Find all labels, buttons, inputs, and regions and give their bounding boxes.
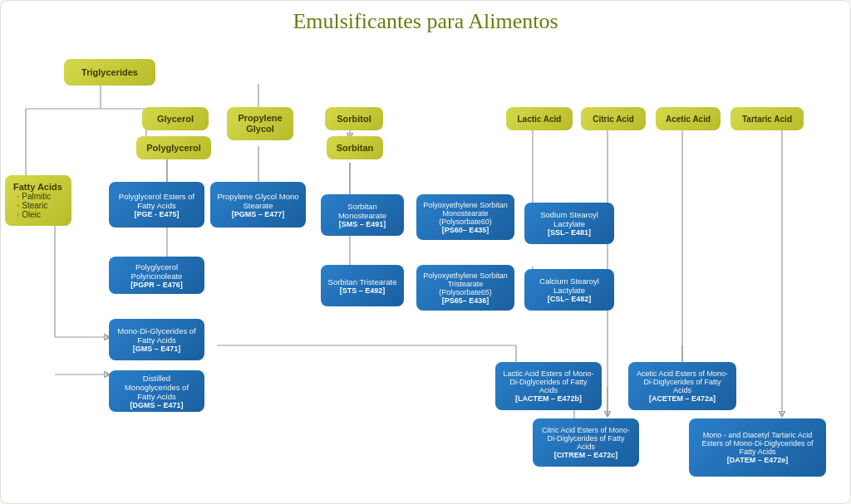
fatty-acids-box: Fatty Acids Palmitic Stearic Oleic [5, 175, 71, 226]
datem-box: Mono - and Diacetyl Tartaric Acid Esters… [689, 418, 826, 477]
gms-box: Mono-Di-Glycerides of Fatty Acids [GMS –… [109, 319, 204, 360]
citric-acid-box: Citric Acid [581, 107, 646, 130]
sorbitol-box: Sorbitol [325, 107, 383, 130]
pgms-box: Propylene Glycol Mono Stearate [PGMS – E… [210, 182, 306, 228]
page-container: Emulsificantes para Alimentos [0, 0, 851, 504]
ssl-box: Sodium Stearoyl Lactylate [SSL– E481] [524, 203, 614, 244]
pgpr-box: Polyglycerol Polyricinoleate [PGPR – E47… [109, 257, 204, 294]
fatty-acid-item: Palmitic [17, 192, 63, 201]
lactic-acid-box: Lactic Acid [506, 107, 573, 130]
dgms-box: Distilled Monoglycerides of Fatty Acids … [109, 370, 204, 412]
tartaric-acid-box: Tartaric Acid [730, 107, 804, 130]
pge-box: Polyglycerol Esters of Fatty Acids [PGE … [109, 182, 204, 228]
fatty-acid-item: Stearic [17, 201, 63, 210]
lactem-box: Lactic Acid Esters of Mono-Di-Diglycerid… [495, 362, 602, 410]
sts-box: Sorbitan Tristearate [STS – E492] [321, 265, 404, 306]
page-title: Emulsificantes para Alimentos [9, 9, 842, 34]
ps60-box: Polyoxyethylene Sorbitan Monostearate (P… [416, 194, 514, 240]
propylene-glycol-box: Propylene Glycol [227, 107, 293, 140]
csl-box: Calcium Stearoyl Lactylate [CSL– E482] [524, 269, 614, 311]
triglycerides-box: Triglycerides [64, 59, 155, 86]
fatty-acids-list: Palmitic Stearic Oleic [13, 192, 63, 219]
glycerol-box: Glycerol [142, 107, 209, 130]
polyglycerol-box: Polyglycerol [136, 136, 211, 159]
acetem-box: Acetic Acid Esters of Mono-Di-Diglycerid… [628, 362, 736, 410]
acetic-acid-box: Acetic Acid [656, 107, 721, 130]
sorbitan-box: Sorbitan [327, 136, 383, 159]
fatty-acid-item: Oleic [17, 210, 63, 219]
ps65-box: Polyoxyethylene Sorbitan Tristearate (Po… [416, 265, 514, 311]
citrem-box: Citric Acid Esters of Mono-Di-Diglycerid… [533, 418, 639, 467]
sms-box: Sorbitan Monostearate [SMS – E491] [321, 194, 404, 236]
